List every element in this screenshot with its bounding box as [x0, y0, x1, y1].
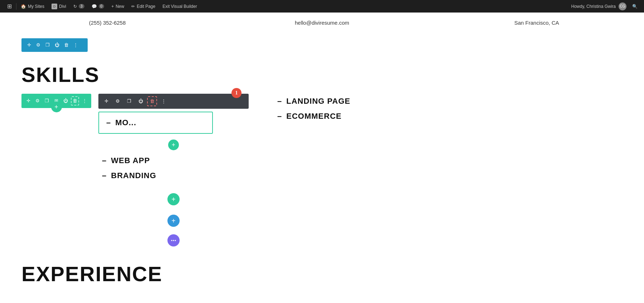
exit-vb-button[interactable]: Exit Visual Builder — [159, 0, 201, 13]
skill-item-webapp: – WEB APP — [98, 153, 249, 168]
exit-vb-label: Exit Visual Builder — [162, 4, 197, 9]
updates-badge: 3 — [79, 4, 84, 9]
section-toggle-btn[interactable]: ⏻ — [52, 40, 62, 50]
add-after-module-btn[interactable]: + — [51, 102, 62, 112]
divi-label: Divi — [59, 4, 66, 9]
edit-page-label: Edit Page — [137, 4, 155, 9]
edit-page-button[interactable]: ✏ Edit Page — [128, 0, 159, 13]
comments-badge: 0 — [99, 4, 104, 9]
comments-button[interactable]: 💬 0 — [88, 0, 108, 13]
admin-bar-right: Howdy, Christina Gwira CG 🔍 — [571, 3, 640, 10]
howdy-label: Howdy, Christina Gwira — [571, 4, 616, 9]
float-settings-btn[interactable]: ⚙ — [113, 96, 123, 106]
section-toolbar: ✛ ⚙ ❐ ⏻ 🗑 ⋮ — [21, 38, 88, 52]
divi-icon: D — [52, 4, 57, 9]
add-after-highlighted-btn[interactable]: + — [168, 140, 179, 150]
updates-button[interactable]: ↻ 3 — [70, 0, 88, 13]
new-icon: + — [111, 4, 114, 9]
module-clone-btn[interactable]: ❐ — [43, 96, 51, 106]
section-move-btn[interactable]: ✛ — [24, 40, 34, 50]
experience-title: EXPERIENCE — [21, 262, 623, 286]
search-icon: 🔍 — [632, 4, 638, 9]
skill-item-landing: – LANDING PAGE — [277, 94, 623, 109]
skill-item-ecommerce: – ECOMMERCE — [277, 109, 623, 124]
module-more-btn[interactable]: ⋮ — [80, 96, 88, 106]
add-row-teal-btn[interactable]: + — [167, 193, 180, 205]
wp-logo-button[interactable]: ⊞ — [4, 0, 15, 13]
skills-title: SKILLS — [21, 63, 623, 87]
float-move-btn[interactable]: ✛ — [101, 96, 111, 106]
module-toggle-btn[interactable]: ⏻ — [62, 96, 69, 106]
contact-row: (255) 352-6258 hello@diviresume.com San … — [0, 13, 644, 35]
page-content: (255) 352-6258 hello@diviresume.com San … — [0, 13, 644, 289]
admin-bar: ⊞ 🏠 My Sites D Divi ↻ 3 💬 0 + New ✏ Edit… — [0, 0, 644, 13]
module-highlighted[interactable]: – MO... — [98, 112, 213, 134]
new-label: New — [116, 4, 124, 9]
add-row-purple-btn[interactable]: ··· — [167, 234, 180, 246]
add-row-blue-btn[interactable]: + — [167, 215, 180, 227]
new-button[interactable]: + New — [108, 0, 128, 13]
float-delete-btn[interactable]: 🗑 — [147, 96, 157, 106]
skills-section: SKILLS ✛ ⚙ ❐ ⊞ ⏻ 🗑 ⋮ + — [0, 55, 644, 255]
contact-email: hello@diviresume.com — [215, 20, 429, 26]
avatar[interactable]: CG — [619, 3, 626, 10]
divi-button[interactable]: D Divi — [48, 0, 70, 13]
search-button[interactable]: 🔍 — [629, 4, 640, 9]
skill-label-branding: BRANDING — [111, 171, 156, 180]
skill-item-branding: – BRANDING — [98, 168, 249, 183]
my-sites-label: My Sites — [28, 4, 44, 9]
floating-toolbar: ✛ ⚙ ❐ ⏻ 🗑 ⋮ 1 — [98, 94, 249, 109]
wp-logo-icon: ⊞ — [7, 3, 12, 10]
skill-label-mobile: MO... — [115, 118, 136, 127]
section-delete-btn[interactable]: 🗑 — [62, 40, 71, 50]
admin-bar-divider-1 — [16, 3, 16, 10]
edit-icon: ✏ — [131, 4, 135, 9]
section-more-btn[interactable]: ⋮ — [71, 40, 80, 50]
float-toggle-btn[interactable]: ⏻ — [136, 96, 146, 106]
my-sites-icon: 🏠 — [21, 4, 26, 9]
skill-label-landing: LANDING PAGE — [286, 97, 350, 106]
notification-badge: 1 — [231, 88, 241, 98]
comments-icon: 💬 — [92, 4, 97, 9]
module-delete-btn[interactable]: 🗑 — [71, 96, 79, 106]
float-clone-btn[interactable]: ❐ — [124, 96, 134, 106]
module-move-btn[interactable]: ✛ — [24, 96, 32, 106]
float-more-btn[interactable]: ⋮ — [158, 96, 169, 106]
section-settings-btn[interactable]: ⚙ — [34, 40, 43, 50]
contact-location: San Francisco, CA — [429, 20, 644, 26]
skill-label-ecommerce: ECOMMERCE — [286, 112, 341, 121]
module-settings-btn[interactable]: ⚙ — [34, 96, 42, 106]
skill-label-webapp: WEB APP — [111, 156, 150, 165]
my-sites-button[interactable]: 🏠 My Sites — [17, 0, 48, 13]
updates-icon: ↻ — [73, 4, 77, 9]
skill-item-mobile: – MO... — [106, 115, 205, 130]
experience-section: EXPERIENCE — [0, 255, 644, 289]
contact-phone: (255) 352-6258 — [0, 20, 215, 26]
section-clone-btn[interactable]: ❐ — [43, 40, 52, 50]
